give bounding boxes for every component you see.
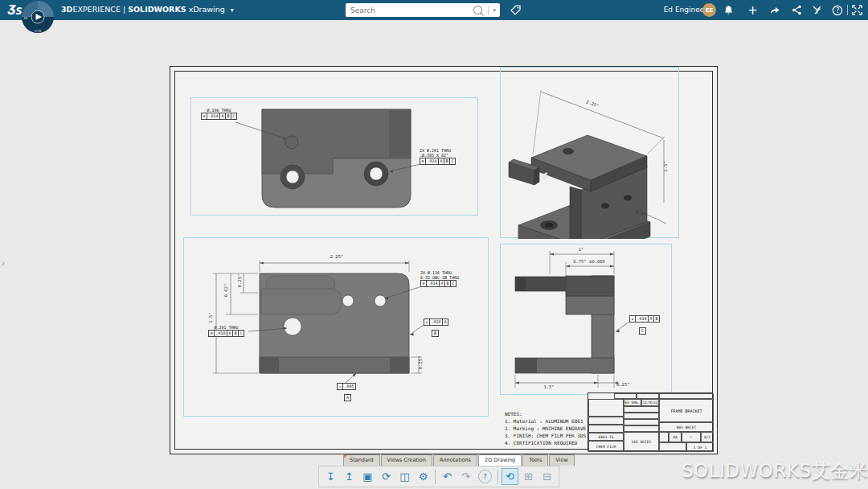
watermark: SOLIDWORKS艾金米 (682, 458, 868, 483)
tab-annotations[interactable]: Annotations (433, 454, 477, 466)
datum-c[interactable]: C (639, 327, 646, 335)
side-dim-tol[interactable]: 0.75" ±0.005 (559, 259, 620, 264)
avatar[interactable]: EE (702, 3, 716, 17)
panel-flyout-chevron-icon[interactable]: › (2, 258, 5, 269)
export-icon[interactable]: ↥ (341, 468, 358, 485)
datum-b[interactable]: B (432, 330, 439, 337)
tb-cell (624, 406, 659, 413)
app-title: 3DEXPERIENCE | SOLIDWORKS xDrawing ▾ (61, 5, 234, 14)
tag-icon[interactable] (510, 4, 522, 16)
front-dim-top[interactable]: 0.25" (237, 274, 242, 288)
tb-date: 12/9/22 (641, 399, 659, 406)
callout-cbore-201[interactable]: 2X Ø.201 THRU ⌵Ø.385 X 82° ⊕.014ABC (420, 148, 456, 165)
search-dropdown-chevron-icon[interactable]: ▾ (488, 6, 500, 15)
tb-title: FRAME BRACKET (659, 399, 714, 422)
tb-cell (614, 393, 637, 399)
side-dim-top[interactable]: 1" (565, 247, 597, 252)
search-bar[interactable]: ▾ (346, 3, 500, 17)
chevron-down-icon[interactable]: ▾ (231, 6, 234, 14)
brand-solidworks: SOLIDWORKS (128, 5, 186, 14)
collab-tasks-icon[interactable] (810, 3, 824, 17)
tb-sheet: 1 OF 1 (686, 442, 714, 452)
toolbar-divider (497, 470, 498, 484)
front-dim-mid[interactable]: 0.62" (223, 284, 228, 298)
help-icon-toolbar[interactable]: ? (478, 470, 492, 483)
share-network-icon[interactable] (790, 3, 804, 17)
brand-divider: | (123, 5, 125, 14)
front-dim-base[interactable]: 0.25" (418, 356, 423, 370)
save-icon[interactable]: ▣ (359, 468, 376, 485)
tb-cell (588, 399, 624, 417)
fullscreen-expand-icon[interactable] (850, 3, 864, 17)
side-dim-bottom2[interactable]: 0.25" (616, 382, 630, 387)
add-plus-icon[interactable]: + (746, 3, 760, 17)
tab-standard[interactable]: Standard (343, 454, 380, 466)
front-dim-width[interactable]: 2.25" (313, 254, 361, 259)
tab-view[interactable]: View (549, 454, 574, 466)
tb-cell (659, 442, 686, 452)
fcf-perp-side[interactable]: ⊥.010AB (629, 315, 660, 323)
tb-cell (659, 432, 669, 442)
brand-experience: EXPERIENCE (73, 5, 121, 14)
import-icon[interactable]: ↧ (322, 468, 339, 485)
redo-icon[interactable]: ↷ (457, 468, 474, 485)
arrange-windows-icon[interactable]: ⊟ (538, 468, 555, 485)
share-arrow-icon[interactable] (768, 3, 781, 17)
search-icon (473, 6, 482, 14)
help-icon[interactable]: ? (830, 3, 844, 17)
tb-material: 6061-T6 (588, 433, 624, 441)
tb-cell (659, 393, 714, 399)
tb-cell (624, 419, 659, 425)
sync-icon[interactable]: ⟳ (378, 468, 395, 485)
tb-cell (588, 417, 624, 425)
title-block: 6061-T6 CHEM FILM ED ENG. 12/9/22 SEE NO… (588, 392, 713, 451)
sheet-format-icon[interactable]: ◫ (396, 468, 413, 485)
header-divider (847, 5, 848, 15)
tb-rev: A/1 (701, 432, 714, 442)
new-window-icon[interactable]: ⊞ (520, 468, 537, 485)
tb-process: SEE NOTES (624, 432, 659, 452)
tab-2d-drawing[interactable]: 2D Drawing (478, 454, 522, 466)
update-views-icon[interactable]: ⟲ (502, 468, 518, 485)
command-toolbar: ↧ ↥ ▣ ⟳ ◫ ⚙ ↶ ↷ ? ⟲ ⊞ ⊟ (318, 466, 559, 487)
brand-3d: 3D (61, 5, 73, 14)
fcf-perpendicularity[interactable]: ⊥.010A (424, 318, 448, 326)
tb-cell: — (682, 432, 701, 442)
view-front[interactable]: 2.25" 1.5" 0.62" 0.25" 0.25" 2X Ø.136 TH… (183, 237, 489, 417)
tb-cell (624, 425, 659, 432)
view-top[interactable]: Ø.196 THRU ⊕.014ABC 2X Ø.201 THRU ⌵Ø.385… (190, 97, 478, 216)
compass-vr-label: V+R (35, 29, 41, 33)
tab-views-creation[interactable]: Views Creation (381, 454, 432, 466)
command-tabs: Standard Views Creation Annotations 2D D… (343, 454, 575, 466)
tb-finish: CHEM FILM (588, 441, 624, 452)
user-name[interactable]: Ed Engineer (664, 6, 707, 14)
tb-drawn-by: ED ENG. (624, 399, 641, 406)
front-dim-height[interactable]: 1.5" (208, 312, 213, 323)
tb-cell (588, 425, 624, 433)
callout-hole-196[interactable]: Ø.196 THRU ⊕.014ABC (201, 108, 237, 120)
svg-text:?: ? (835, 7, 839, 14)
drawing-canvas[interactable]: › Ø.196 THRU ⊕.014ABC 2X Ø.201 THRU ⌵Ø.3… (0, 20, 868, 489)
toolbar-divider (435, 470, 436, 484)
callout-tap-holes[interactable]: 2X Ø.136 THRU 6-32 UNC-2B THRU ⊕.014ABC (420, 270, 459, 287)
callout-hole-201[interactable]: Ø.201 THRU ⊕.010ABC (208, 325, 244, 337)
tb-cell (624, 413, 659, 419)
datum-a[interactable]: A (344, 394, 351, 401)
app-name: xDrawing (189, 5, 225, 14)
settings-gear-icon[interactable]: ⚙ (415, 468, 432, 485)
compass-3d-label: 3D (23, 16, 28, 20)
top-app-bar: Ʒs 3DEXPERIENCE | SOLIDWORKS xDrawing ▾ … (0, 0, 868, 20)
tab-tools[interactable]: Tools (522, 454, 548, 466)
fcf-flatness[interactable]: ▱.005 (337, 383, 356, 390)
tb-cell (637, 393, 659, 399)
iso-dim-height[interactable]: 1.5" (663, 161, 668, 171)
compass-widget[interactable]: 3D V+R (21, 0, 55, 35)
tb-size: AA (669, 432, 682, 442)
notifications-bell-icon[interactable] (722, 3, 735, 17)
view-isometric[interactable]: 2.25" 1.5" 1.5" (500, 67, 679, 238)
view-side[interactable]: 1" 0.75" ±0.005 ⊥.010AB C 1.5" 0.25" (500, 244, 672, 395)
side-dim-bottom1[interactable]: 1.5" (533, 384, 565, 389)
search-input[interactable] (346, 6, 473, 14)
undo-icon[interactable]: ↶ (439, 468, 456, 485)
tb-dwg-no: NAS-BRCKT (659, 422, 714, 432)
